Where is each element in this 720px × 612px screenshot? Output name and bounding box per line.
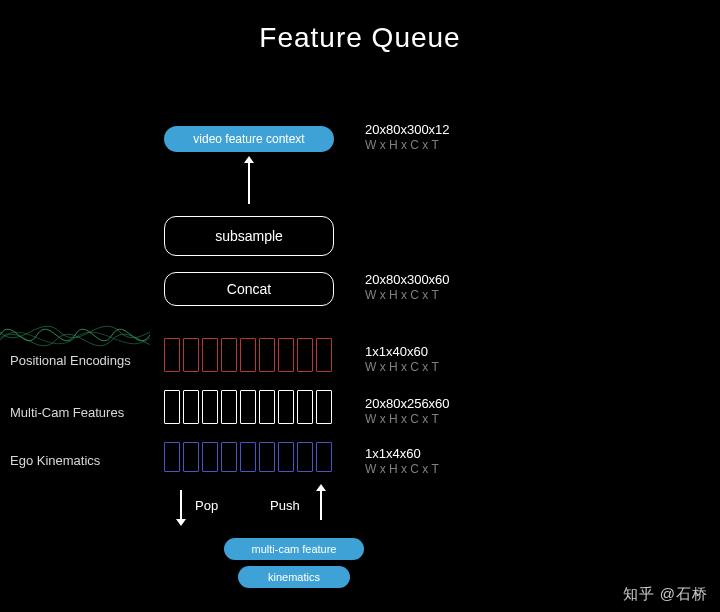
shape-dims: W x H x C x T bbox=[365, 138, 450, 153]
shape-value: 1x1x4x60 bbox=[365, 446, 439, 462]
kinematics-input: kinematics bbox=[238, 566, 350, 588]
shape-dims: W x H x C x T bbox=[365, 412, 450, 427]
concat-shape: 20x80x300x60 W x H x C x T bbox=[365, 272, 450, 303]
video-feature-context-block: video feature context bbox=[164, 126, 334, 152]
shape-value: 20x80x300x12 bbox=[365, 122, 450, 138]
multicam-feature-input: multi-cam feature bbox=[224, 538, 364, 560]
shape-dims: W x H x C x T bbox=[365, 360, 439, 375]
concat-block: Concat bbox=[164, 272, 334, 306]
push-label: Push bbox=[270, 498, 300, 513]
push-arrow-icon bbox=[320, 490, 322, 520]
ego-kinematics-label: Ego Kinematics bbox=[10, 453, 100, 468]
arrow-subsample-to-video bbox=[248, 162, 250, 204]
multicam-features-queue bbox=[164, 390, 332, 424]
positional-encodings-label: Positional Encodings bbox=[10, 353, 131, 368]
subsample-block: subsample bbox=[164, 216, 334, 256]
diagram-stage: video feature context 20x80x300x12 W x H… bbox=[0, 0, 720, 612]
shape-dims: W x H x C x T bbox=[365, 462, 439, 477]
pop-arrow-icon bbox=[180, 490, 182, 520]
positional-encodings-queue bbox=[164, 338, 332, 372]
watermark: 知乎 @石桥 bbox=[623, 585, 708, 604]
shape-dims: W x H x C x T bbox=[365, 288, 450, 303]
pop-label: Pop bbox=[195, 498, 218, 513]
video-feature-context-shape: 20x80x300x12 W x H x C x T bbox=[365, 122, 450, 153]
multicam-features-shape: 20x80x256x60 W x H x C x T bbox=[365, 396, 450, 427]
ego-kinematics-queue bbox=[164, 442, 332, 472]
shape-value: 1x1x40x60 bbox=[365, 344, 439, 360]
positional-encodings-shape: 1x1x40x60 W x H x C x T bbox=[365, 344, 439, 375]
multicam-features-label: Multi-Cam Features bbox=[10, 405, 124, 420]
shape-value: 20x80x300x60 bbox=[365, 272, 450, 288]
ego-kinematics-shape: 1x1x4x60 W x H x C x T bbox=[365, 446, 439, 477]
shape-value: 20x80x256x60 bbox=[365, 396, 450, 412]
